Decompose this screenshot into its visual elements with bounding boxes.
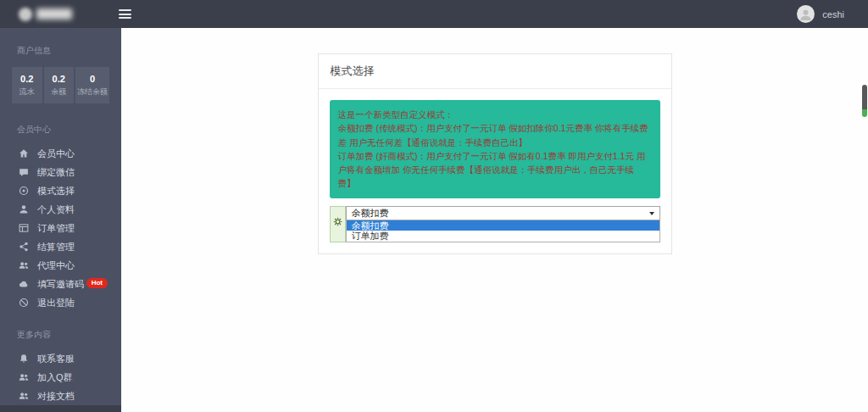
hot-badge: Hot (86, 278, 108, 288)
sidebar-item-orders[interactable]: 订单管理 (0, 219, 121, 237)
users-icon (18, 260, 29, 271)
sidebar-toggle-icon[interactable] (119, 9, 131, 19)
mode-select-dropdown: 余额扣费 订单加费 (346, 220, 660, 242)
user-menu[interactable]: ceshi (797, 5, 844, 23)
sidebar-footer (0, 405, 121, 412)
top-navbar: ceshi (0, 0, 868, 28)
sidebar-item-logout[interactable]: 退出登陆 (0, 293, 121, 312)
table-icon (18, 223, 29, 234)
gear-icon (330, 206, 346, 242)
home-icon (18, 148, 29, 159)
logout-ban-icon (18, 298, 29, 309)
alert-line-3: 订单加费 (奸商模式)：用户支付了一元订单 假如有0.1费率 即用户支付1.1元… (338, 149, 652, 191)
scrollbar-thumb[interactable] (862, 85, 867, 117)
stat-balance: 0.2 余额 (44, 67, 75, 103)
person-icon (799, 8, 812, 20)
mode-select-value: 余额扣费 (352, 207, 389, 220)
stat-frozen: 0 冻结余额 (75, 67, 109, 103)
main-content: 模式选择 这是一个新类型自定义模式： 余额扣费 (传统模式)：用户支付了一元订单… (121, 28, 868, 412)
users-icon (18, 391, 29, 402)
username: ceshi (822, 9, 844, 19)
option-balance-deduct[interactable]: 余额扣费 (347, 220, 659, 231)
section-member-center: 会员中心 (0, 107, 121, 144)
brand-emblem-icon (19, 8, 32, 21)
mode-description-alert: 这是一个新类型自定义模式： 余额扣费 (传统模式)：用户支付了一元订单 假如扣除… (330, 100, 660, 198)
section-merchant-info: 商户信息 (0, 28, 121, 65)
option-order-surcharge[interactable]: 订单加费 (347, 231, 659, 242)
sidebar: 商户信息 0.2 流水 0.2 余额 0 冻结余额 会员中心 会员中心 绑定微信… (0, 28, 121, 412)
sidebar-item-member-center[interactable]: 会员中心 (0, 144, 121, 163)
section-more-content: 更多内容 (0, 312, 121, 349)
avatar (797, 5, 815, 23)
sidebar-item-invite-code[interactable]: 填写邀请码 Hot (0, 275, 121, 293)
sidebar-item-api-docs[interactable]: 对接文档 (0, 387, 121, 405)
mode-icon (18, 186, 29, 197)
mode-select-card: 模式选择 这是一个新类型自定义模式： 余额扣费 (传统模式)：用户支付了一元订单… (318, 53, 672, 254)
wechat-icon (18, 167, 29, 178)
brand-logo[interactable] (19, 8, 78, 21)
sidebar-item-settlement[interactable]: 结算管理 (0, 237, 121, 256)
card-title: 模式选择 (319, 54, 671, 89)
users-icon (18, 372, 29, 383)
chevron-down-icon (649, 212, 654, 215)
user-icon (18, 204, 29, 215)
stat-flow: 0.2 流水 (12, 67, 42, 103)
bell-icon (18, 354, 29, 365)
alert-line-2: 余额扣费 (传统模式)：用户支付了一元订单 假如扣除你0.1元费率 你将有手续费… (338, 121, 652, 149)
sidebar-item-contact-support[interactable]: 联系客服 (0, 349, 121, 368)
mode-input-group: 余额扣费 余额扣费 订单加费 (330, 206, 660, 242)
cloud-icon (18, 279, 29, 290)
sidebar-item-join-qq-group[interactable]: 加入Q群 (0, 368, 121, 387)
mode-select[interactable]: 余额扣费 (346, 206, 660, 220)
alert-line-1: 这是一个新类型自定义模式： (338, 108, 652, 121)
merchant-stats: 0.2 流水 0.2 余额 0 冻结余额 (12, 67, 109, 103)
share-icon (18, 242, 29, 253)
sidebar-item-profile[interactable]: 个人资料 (0, 200, 121, 219)
sidebar-item-bind-wechat[interactable]: 绑定微信 (0, 163, 121, 181)
brand-text-redacted (36, 8, 72, 19)
sidebar-item-agent-center[interactable]: 代理中心 (0, 256, 121, 275)
sidebar-item-mode-select[interactable]: 模式选择 (0, 181, 121, 200)
